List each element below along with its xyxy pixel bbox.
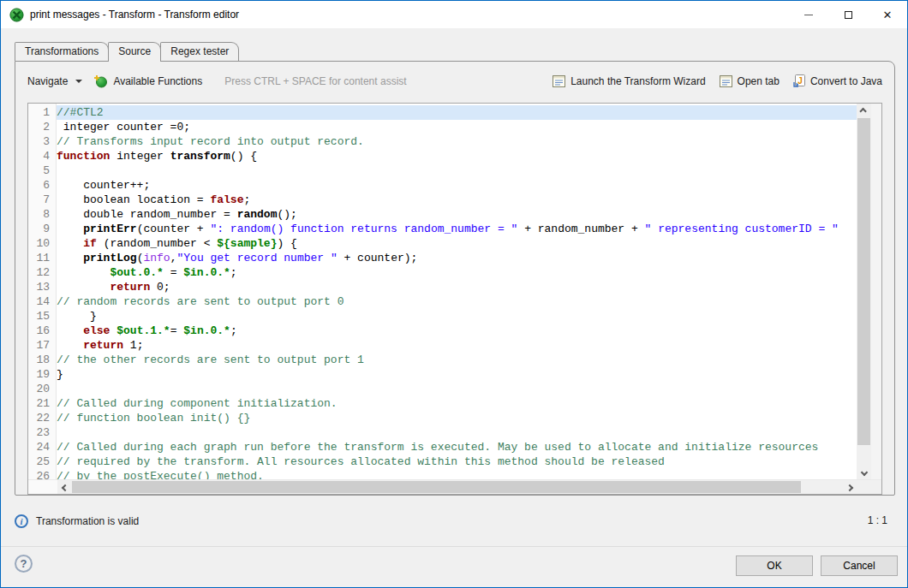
minimize-button[interactable] [789,1,828,28]
code-line[interactable]: else $out.1.*= $in.0.*; [57,324,857,338]
navigate-button[interactable]: Navigate [27,75,82,87]
vertical-scrollbar[interactable] [857,104,871,479]
maximize-button[interactable] [828,1,868,28]
chevron-right-icon [845,484,852,490]
code-area[interactable]: //#CTL2 integer counter =0;// Transforms… [57,104,857,479]
code-line[interactable] [57,425,857,440]
line-number: 19 [28,367,50,382]
code-line[interactable]: printErr(counter + ": random() function … [57,222,857,236]
line-number: 26 [28,469,50,479]
functions-orb-icon [93,74,108,88]
available-functions-label: Available Functions [113,75,202,87]
launch-wizard-button[interactable]: Launch the Transform Wizard [553,75,705,87]
code-line[interactable] [57,382,857,396]
line-number: 23 [28,425,50,440]
titlebar: print messages - Transform - Transform e… [1,1,907,28]
status-message: Transformation is valid [36,515,139,527]
status-bar: i Transformation is valid 1 : 1 [15,513,893,530]
code-line[interactable]: function integer transform() { [57,149,857,163]
tab-transformations[interactable]: Transformations [15,42,109,61]
cancel-button[interactable]: Cancel [821,555,898,576]
minimize-icon [804,15,813,15]
line-number: 10 [28,236,50,251]
line-number: 2 [28,120,50,134]
code-line[interactable]: //#CTL2 [57,105,857,120]
code-line[interactable]: } [57,367,857,382]
line-number: 1 [28,105,50,120]
help-icon: ? [21,557,27,570]
code-line[interactable]: counter++; [57,178,857,193]
line-number: 18 [28,353,50,367]
scrollbar-corner [857,480,881,494]
convert-to-java-button[interactable]: J Convert to Java [793,74,882,88]
help-button[interactable]: ? [15,555,33,573]
maximize-icon [845,11,852,19]
line-number: 6 [28,178,50,193]
line-number: 20 [28,382,50,396]
scroll-up-button[interactable] [857,104,871,118]
line-number: 14 [28,294,50,309]
code-line[interactable]: // Transforms input record into output r… [57,134,857,149]
convert-to-java-label: Convert to Java [810,75,882,87]
code-line[interactable]: $out.0.* = $in.0.*; [57,265,857,280]
line-number: 13 [28,280,50,294]
window-title: print messages - Transform - Transform e… [30,9,239,21]
code-line[interactable]: // Called during component initializatio… [57,396,857,411]
code-line[interactable] [57,163,857,178]
chevron-down-icon [75,80,82,83]
chevron-up-icon [859,107,866,114]
footer-separator [1,546,907,547]
tab-bar: TransformationsSourceRegex tester [15,42,238,61]
ok-button[interactable]: OK [736,555,813,576]
line-number: 24 [28,440,50,454]
line-number: 11 [28,251,50,265]
editor-panel: Navigate Available Functions Press CTRL … [15,61,895,496]
code-line[interactable]: // function boolean init() {} [57,411,857,425]
code-line[interactable]: // the other records are sent to output … [57,353,857,367]
open-tab-button[interactable]: Open tab [720,75,780,87]
available-functions-button[interactable]: Available Functions [93,74,202,88]
cursor-position: 1 : 1 [868,514,887,526]
open-tab-icon [720,75,732,87]
transform-editor-dialog: print messages - Transform - Transform e… [0,0,908,588]
code-line[interactable]: // by the postExecute() method. [57,469,857,479]
line-number: 3 [28,134,50,149]
close-button[interactable]: ✕ [868,1,907,28]
code-editor[interactable]: 1234567891011121314151617181920212223242… [27,103,882,495]
code-line[interactable]: // required by the transform. All resour… [57,454,857,469]
scroll-down-button[interactable] [857,465,871,479]
code-line[interactable]: if (random_number < ${sample}) { [57,236,857,251]
line-number: 25 [28,454,50,469]
line-number: 4 [28,149,50,163]
svg-text:J: J [797,76,803,86]
line-number: 16 [28,324,50,338]
open-tab-label: Open tab [738,75,780,87]
navigate-label: Navigate [27,75,68,87]
code-line[interactable]: return 1; [57,338,857,353]
code-line[interactable]: printLog(info,"You get record number " +… [57,251,857,265]
vertical-scroll-thumb[interactable] [857,118,870,445]
tab-regex-tester[interactable]: Regex tester [160,42,239,61]
wizard-form-icon [553,75,565,87]
tab-source[interactable]: Source [108,42,161,62]
line-number-gutter: 1234567891011121314151617181920212223242… [28,104,57,479]
scroll-right-button[interactable] [842,480,857,495]
chevron-left-icon [61,484,68,490]
code-line[interactable]: double random_number = random(); [57,207,857,222]
code-line[interactable]: // Called during each graph run before t… [57,440,857,454]
code-line[interactable]: return 0; [57,280,857,294]
code-line[interactable]: boolean location = false; [57,193,857,207]
horizontal-scrollbar[interactable] [57,480,857,494]
info-icon: i [15,514,28,528]
chevron-down-icon [860,468,867,475]
line-number: 15 [28,309,50,324]
line-number: 5 [28,163,50,178]
scroll-left-button[interactable] [57,480,72,495]
horizontal-scroll-thumb[interactable] [72,481,801,493]
clover-app-icon [9,8,24,22]
code-line[interactable]: // random records are sent to output por… [57,294,857,309]
line-number: 7 [28,193,50,207]
code-line[interactable]: } [57,309,857,324]
toolbar: Navigate Available Functions Press CTRL … [15,62,894,101]
code-line[interactable]: integer counter =0; [57,120,857,134]
